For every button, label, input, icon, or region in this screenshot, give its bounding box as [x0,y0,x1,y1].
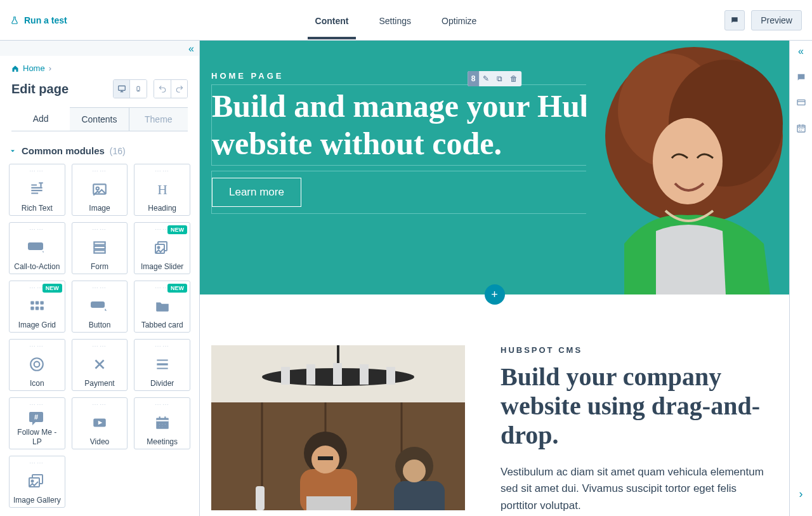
module-heading[interactable]: ⋯⋯HHeading [134,164,190,216]
svg-rect-14 [36,301,39,304]
module-image[interactable]: ⋯⋯Image [72,164,128,216]
module-form[interactable]: ⋯⋯Form [72,222,128,274]
collapse-left-icon[interactable]: « [188,43,194,56]
chevron-right-icon: › [49,63,51,73]
svg-rect-9 [94,250,105,253]
tab-optimize[interactable]: Optimize [442,2,476,39]
top-tabs: Content Settings Optimize [315,2,477,39]
add-section-button[interactable]: + [485,284,505,305]
desktop-view-button[interactable] [114,80,130,98]
column-clone-button[interactable]: ⧉ [493,71,506,86]
section-two-para-1[interactable]: Vestibulum ac diam sit amet quam vehicul… [501,464,764,514]
payment-icon [91,350,108,379]
follow-icon: # [28,408,46,428]
breadcrumb[interactable]: Home › [11,63,188,73]
module-richtext[interactable]: ⋯⋯Rich Text [9,164,65,216]
module-slider[interactable]: ⋯⋯NEWImage Slider [134,222,190,274]
sidebar-left: « Home › Edit page [0,41,200,516]
collapse-right-icon[interactable]: « [798,46,804,57]
icon-icon [29,350,45,379]
svg-rect-13 [31,301,34,304]
run-a-test-link[interactable]: Run a test [10,15,67,25]
section-title-label: Common modules [22,145,105,156]
rail-calendar-button[interactable] [796,123,806,133]
mobile-icon [135,84,141,93]
module-label: Rich Text [22,204,53,213]
mobile-view-button[interactable] [130,80,147,98]
rail-display-button[interactable] [796,98,806,108]
module-divider[interactable]: ⋯⋯Divider [134,339,190,391]
comments-button[interactable] [724,10,745,30]
tab-settings[interactable]: Settings [379,2,411,39]
module-label: Payment [84,379,114,388]
comment-icon [730,16,739,25]
undo-icon [158,84,167,93]
slider-icon [153,233,172,262]
desktop-icon [117,84,126,93]
column-delete-button[interactable]: 🗑 [506,71,521,86]
sidebar-tab-theme[interactable]: Theme [129,107,188,131]
plus-icon: + [491,288,498,301]
module-grid[interactable]: ⋯⋯NEWImage Grid [9,281,65,333]
section-count: (16) [110,146,126,156]
module-gallery[interactable]: ⋯⋯Image Gallery [9,456,65,508]
module-label: Image Slider [141,262,183,271]
section-common-modules[interactable]: Common modules (16) [9,145,190,156]
drag-handle-icon: ⋯⋯ [29,168,44,175]
trash-icon: 🗑 [510,74,518,83]
sidebar-tab-contents[interactable]: Contents [70,107,129,131]
hero-image [586,41,789,294]
folder-icon [154,291,171,321]
sidebar-tab-add[interactable]: Add [11,107,70,131]
rail-next-button[interactable]: › [799,487,803,501]
module-icon[interactable]: ⋯⋯Icon [9,339,65,391]
module-follow[interactable]: ⋯⋯#Follow Me - LP [9,397,65,449]
svg-text:H: H [157,182,167,197]
svg-rect-46 [386,367,395,385]
hero-section[interactable]: 8 ✎ ⧉ 🗑 HOME PAGE Build and manage your … [200,41,789,294]
undo-button[interactable] [154,80,171,98]
column-edit-button[interactable]: ✎ [479,71,493,86]
chevron-down-icon [9,147,16,155]
svg-rect-0 [118,86,125,90]
svg-rect-43 [306,364,315,385]
tab-content[interactable]: Content [315,2,349,39]
home-icon [11,65,19,72]
drag-handle-icon: ⋯⋯ [92,402,107,408]
svg-point-2 [138,90,139,91]
section-two-title[interactable]: Build your company website using drag-an… [501,362,764,450]
module-label: Form [91,262,108,271]
module-payment[interactable]: ⋯⋯Payment [72,339,128,391]
hero-cta-button[interactable]: Learn more [212,178,301,207]
top-actions: Preview [724,10,802,30]
svg-rect-59 [256,486,265,510]
drag-handle-icon: ⋯⋯ [92,227,107,233]
drag-handle-icon: ⋯⋯ [155,402,170,408]
section-two: HUBSPOT CMS Build your company website u… [200,294,789,516]
device-switch [113,79,147,98]
new-badge: NEW [43,284,62,293]
svg-point-32 [32,480,34,482]
svg-point-57 [403,460,426,482]
svg-point-21 [34,361,40,367]
svg-rect-44 [333,363,342,385]
drag-handle-icon: ⋯⋯ [92,168,107,175]
drag-handle-icon: ⋯⋯ [29,343,44,350]
module-label: Button [89,321,111,329]
image-icon [91,175,108,204]
preview-button[interactable]: Preview [751,10,802,30]
module-cta[interactable]: ⋯⋯Call-to-Action [9,222,65,274]
redo-button[interactable] [171,80,187,98]
section-two-overline[interactable]: HUBSPOT CMS [501,345,764,355]
form-icon [91,233,108,262]
drag-handle-icon: ⋯⋯ [92,285,107,291]
module-label: Heading [148,204,176,213]
section-two-image[interactable] [211,345,465,510]
svg-rect-42 [281,367,290,385]
module-folder[interactable]: ⋯⋯NEWTabbed card [134,281,190,333]
module-meetings[interactable]: ⋯⋯Meetings [134,397,190,449]
column-toolbar: 8 ✎ ⧉ 🗑 [468,71,522,86]
module-video[interactable]: ⋯⋯Video [72,397,128,449]
rail-comments-button[interactable] [796,72,806,83]
module-button[interactable]: ⋯⋯Button [72,281,128,333]
